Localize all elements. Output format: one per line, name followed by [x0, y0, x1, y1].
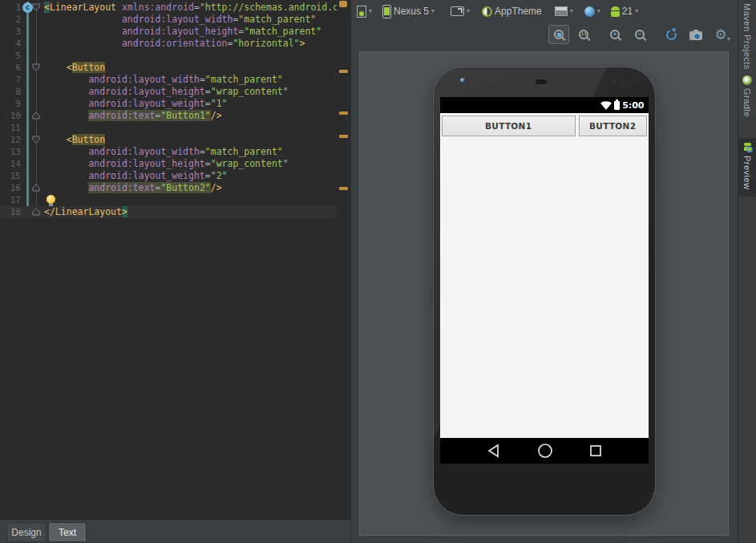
code-line[interactable]: 8 android:layout_height="wrap_content"	[0, 86, 337, 98]
refresh-button[interactable]	[661, 25, 681, 44]
screenshot-button[interactable]	[685, 25, 706, 44]
gradle-icon	[742, 75, 752, 85]
gutter-bookmark-icon[interactable]: c	[22, 2, 33, 13]
code-text: android:text="Button1"/>	[44, 110, 222, 122]
code-line[interactable]: 2 android:layout_width="match_parent"	[0, 14, 337, 26]
device-selector[interactable]: Nexus 5 ▾	[382, 5, 435, 18]
fold-end-marker[interactable]	[32, 111, 40, 120]
device-frame: 5:00 BUTTON1 BUTTON2	[433, 67, 656, 516]
chevron-down-icon: ▾	[369, 8, 372, 14]
locale-selector[interactable]: ▾	[584, 6, 600, 17]
warning-mark[interactable]	[339, 135, 348, 138]
fold-start-marker[interactable]	[32, 63, 40, 71]
device-screen: 5:00 BUTTON1 BUTTON2	[440, 97, 649, 464]
android-studio-window: 1c<LinearLayout xmlns:android="http://sc…	[0, 0, 756, 543]
status-bar: 5:00	[440, 97, 649, 113]
virtual-device-button[interactable]: ▾	[357, 6, 372, 18]
preview-config-toolbar: ▾ Nexus 5 ▾ ▾ AppTheme ▾ ▾	[351, 0, 738, 22]
code-text: <Button	[44, 134, 105, 146]
line-number: 15	[0, 170, 21, 182]
actual-size-button[interactable]: 1:1	[573, 25, 594, 44]
fold-start-marker[interactable]	[32, 3, 40, 11]
chevron-down-icon: ▾	[570, 8, 573, 14]
chevron-down-icon: ▾	[635, 8, 638, 14]
line-number: 9	[0, 98, 21, 110]
warning-mark[interactable]	[339, 187, 348, 190]
zoom-to-fit-button[interactable]	[548, 25, 569, 44]
line-number: 14	[0, 158, 21, 170]
code-line[interactable]: 16 android:text="Button2"/>	[0, 182, 337, 194]
toolwindow-preview[interactable]: Preview	[738, 138, 756, 197]
preview-settings-button[interactable]: ⚙ ▾	[710, 25, 731, 44]
line-number: 8	[0, 86, 21, 98]
zoom-out-button[interactable]: −	[629, 25, 650, 44]
fold-end-marker[interactable]	[32, 208, 40, 216]
line-number: 13	[0, 146, 21, 158]
code-line[interactable]: 15 android:layout_weight="2"	[0, 170, 337, 182]
chevron-down-icon: ▾	[467, 8, 470, 14]
layout-variant-selector[interactable]: ▾	[555, 6, 573, 16]
toolwindow-maven-projects[interactable]: Maven Projects	[738, 3, 756, 70]
line-number: 18	[0, 206, 21, 218]
warning-mark[interactable]	[339, 111, 348, 115]
xml-editor[interactable]: 1c<LinearLayout xmlns:android="http://sc…	[0, 0, 350, 519]
orientation-icon	[451, 6, 464, 16]
theme-selector[interactable]: AppTheme	[482, 6, 542, 17]
line-number: 4	[0, 38, 21, 50]
orientation-selector[interactable]: ▾	[451, 6, 470, 16]
preview-button1[interactable]: BUTTON1	[442, 115, 576, 136]
wifi-icon	[600, 100, 612, 110]
code-line[interactable]: 11	[0, 122, 337, 134]
code-text: android:layout_height="wrap_content"	[44, 158, 289, 170]
editor-scrollbar-stripe[interactable]	[337, 0, 350, 519]
actual-size-icon: 1:1	[579, 30, 588, 39]
device-label: Nexus 5	[394, 6, 429, 17]
front-camera	[460, 78, 465, 83]
code-text: android:layout_weight="2"	[44, 170, 228, 182]
code-line[interactable]: 3 android:layout_height="match_parent"	[0, 26, 337, 38]
preview-panel: ▾ Nexus 5 ▾ ▾ AppTheme ▾ ▾	[350, 0, 738, 543]
status-time: 5:00	[622, 100, 644, 111]
code-text: </LinearLayout>	[44, 206, 127, 218]
battery-icon	[614, 101, 620, 110]
code-line[interactable]: 1c<LinearLayout xmlns:android="http://sc…	[0, 2, 337, 14]
api-level-label: 21	[622, 6, 633, 17]
code-line[interactable]: 14 android:layout_height="wrap_content"	[0, 158, 337, 170]
warning-mark[interactable]	[339, 70, 348, 73]
design-surface[interactable]: 5:00 BUTTON1 BUTTON2	[359, 51, 729, 536]
code-line[interactable]: 9 android:layout_weight="1"	[0, 98, 337, 110]
code-line[interactable]: 13 android:layout_width="match_parent"	[0, 146, 337, 158]
code-text: android:layout_width="match_parent"	[44, 74, 283, 86]
code-line[interactable]: 17	[0, 194, 337, 206]
intention-bulb-icon[interactable]	[46, 195, 55, 204]
line-number: 1	[0, 2, 21, 14]
preview-zoom-toolbar: 1:1 + − ⚙ ▾	[351, 22, 738, 47]
code-line[interactable]: 5	[0, 50, 337, 62]
warning-summary-indicator[interactable]	[339, 1, 347, 7]
tab-design[interactable]: Design	[6, 522, 46, 542]
camera-icon	[689, 31, 702, 40]
code-line[interactable]: 7 android:layout_width="match_parent"	[0, 74, 337, 86]
code-line[interactable]: 12 <Button	[0, 134, 337, 146]
tool-window-strip: Maven Projects Gradle Preview	[738, 0, 756, 543]
globe-icon	[584, 6, 595, 17]
code-line[interactable]: 18</LinearLayout>	[0, 206, 337, 218]
tab-text[interactable]: Text	[48, 522, 87, 542]
theme-icon	[482, 6, 492, 17]
chevron-down-icon: ▾	[431, 8, 435, 14]
line-number: 11	[0, 122, 21, 134]
zoom-in-button[interactable]: +	[604, 25, 625, 44]
code-line[interactable]: 4 android:orientation="horizontal">	[0, 38, 337, 50]
api-level-selector[interactable]: 21 ▾	[611, 6, 638, 17]
toolwindow-gradle[interactable]: Gradle	[738, 75, 756, 117]
line-number: 6	[0, 62, 21, 74]
preview-button2[interactable]: BUTTON2	[579, 115, 647, 136]
app-content: BUTTON1 BUTTON2	[440, 113, 649, 438]
earpiece-speaker	[535, 79, 548, 85]
fold-start-marker[interactable]	[32, 136, 40, 144]
preview-android-icon	[742, 142, 753, 152]
code-area[interactable]: 1c<LinearLayout xmlns:android="http://sc…	[0, 2, 337, 218]
code-line[interactable]: 6 <Button	[0, 62, 337, 74]
code-line[interactable]: 10 android:text="Button1"/>	[0, 110, 337, 122]
fold-end-marker[interactable]	[32, 184, 40, 192]
